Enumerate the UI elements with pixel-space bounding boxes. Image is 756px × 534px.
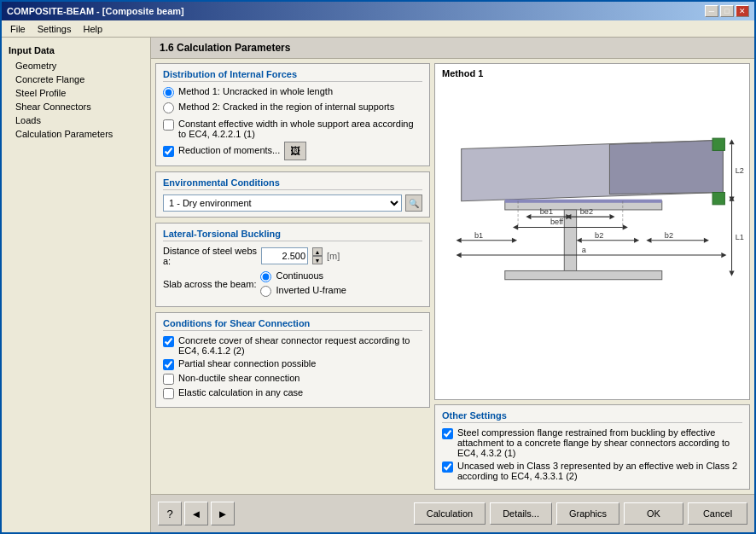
method1-label: Method 1: Uncracked in whole length — [178, 86, 333, 96]
sidebar-item-shear-connectors[interactable]: Shear Connectors — [2, 100, 150, 113]
sidebar-item-calculation-params[interactable]: Calculation Parameters — [2, 127, 150, 141]
ltb-a-label: a: — [163, 256, 171, 266]
svg-text:a: a — [582, 246, 587, 254]
steel-compression-label: Steel compression flange restrained from… — [457, 427, 742, 458]
title-bar: COMPOSITE-BEAM - [Composite beam] ─ □ ✕ — [2, 2, 754, 20]
panel-content: Distribution of Internal Forces Method 1… — [151, 59, 754, 494]
continuous-label: Continuous — [276, 270, 323, 281]
reduction-checkbox[interactable]: Reduction of moments... — [163, 145, 280, 157]
panel-title: 1.6 Calculation Parameters — [151, 38, 754, 59]
shear-connection-title: Conditions for Shear Connection — [163, 318, 422, 331]
elastic-calc-label: Elastic calculation in any case — [178, 387, 303, 398]
partial-shear-checkbox[interactable]: Partial shear connection possible — [163, 358, 422, 370]
ltb-title: Lateral-Torsional Buckling — [163, 229, 422, 241]
help-icon-button[interactable]: ? — [158, 502, 182, 525]
minimize-button[interactable]: ─ — [705, 5, 718, 17]
bottom-left-buttons: ? ◄ ► — [158, 502, 235, 525]
svg-rect-3 — [712, 138, 724, 150]
ltb-a-input[interactable] — [261, 247, 308, 264]
reduction-image-button[interactable]: 🖼 — [284, 142, 306, 160]
inverted-u-radio[interactable]: Inverted U-frame — [260, 285, 346, 297]
env-conditions-select[interactable]: 1 - Dry environment — [163, 194, 402, 212]
ltb-distance-label: Distance of steel webs a: — [163, 246, 257, 266]
ltb-distance-row: Distance of steel webs a: ▲ ▼ [m] — [163, 246, 422, 266]
maximize-button[interactable]: □ — [720, 5, 734, 17]
menu-settings[interactable]: Settings — [32, 23, 77, 35]
env-conditions-title: Environmental Conditions — [163, 177, 422, 190]
elastic-calc-checkbox[interactable]: Elastic calculation in any case — [163, 387, 422, 399]
continuous-radio[interactable]: Continuous — [260, 270, 346, 282]
main-window: COMPOSITE-BEAM - [Composite beam] ─ □ ✕ … — [0, 0, 756, 534]
steel-compression-checkbox[interactable]: Steel compression flange restrained from… — [442, 427, 742, 458]
partial-shear-label: Partial shear connection possible — [178, 358, 316, 369]
menu-help[interactable]: Help — [78, 23, 108, 35]
svg-rect-7 — [505, 271, 662, 280]
svg-text:b2: b2 — [665, 231, 673, 240]
partial-shear-input[interactable] — [163, 359, 174, 370]
concrete-cover-checkbox[interactable]: Concrete cover of shear connector reques… — [163, 335, 422, 356]
method1-radio[interactable]: Method 1: Uncracked in whole length — [163, 86, 422, 98]
distribution-title: Distribution of Internal Forces — [163, 69, 422, 82]
svg-text:b1: b1 — [474, 231, 483, 240]
sidebar-item-geometry[interactable]: Geometry — [2, 59, 150, 73]
svg-text:L2: L2 — [736, 166, 744, 175]
back-icon-button[interactable]: ◄ — [184, 502, 208, 525]
svg-text:be1: be1 — [540, 207, 553, 216]
non-ductile-checkbox[interactable]: Non-ductile shear connection — [163, 373, 422, 385]
menu-file[interactable]: File — [5, 23, 31, 35]
distribution-section: Distribution of Internal Forces Method 1… — [155, 63, 430, 166]
method2-label: Method 2: Cracked in the region of inter… — [178, 102, 394, 112]
uncased-web-checkbox[interactable]: Uncased web in Class 3 represented by an… — [442, 461, 742, 481]
distribution-radio-group: Method 1: Uncracked in whole length Meth… — [163, 86, 422, 113]
diagram-box: Method 1 — [434, 63, 750, 400]
env-search-button[interactable]: 🔍 — [405, 194, 422, 212]
title-bar-buttons: ─ □ ✕ — [705, 5, 749, 17]
ltb-unit-label: [m] — [327, 251, 340, 261]
svg-text:L1: L1 — [736, 233, 744, 241]
constant-width-checkbox[interactable]: Constant effective width in whole suppor… — [163, 119, 422, 139]
right-panel: Method 1 — [434, 63, 750, 490]
uncased-web-input[interactable] — [442, 461, 453, 473]
shear-connection-section: Conditions for Shear Connection Concrete… — [155, 312, 430, 408]
sidebar-item-loads[interactable]: Loads — [2, 113, 150, 127]
ok-button[interactable]: OK — [624, 502, 683, 525]
graphics-button[interactable]: Graphics — [556, 502, 619, 525]
details-button[interactable]: Details... — [490, 502, 552, 525]
constant-width-input[interactable] — [163, 119, 174, 131]
elastic-calc-input[interactable] — [163, 388, 174, 399]
inverted-u-label: Inverted U-frame — [276, 285, 346, 295]
svg-marker-2 — [609, 140, 723, 194]
sidebar-header: Input Data — [2, 42, 150, 59]
method1-input[interactable] — [163, 87, 174, 98]
uncased-web-label: Uncased web in Class 3 represented by an… — [457, 461, 742, 481]
inverted-u-input[interactable] — [260, 286, 271, 297]
diagram-label: Method 1 — [442, 68, 483, 78]
bottom-bar: ? ◄ ► Calculation Details... Graphics OK… — [151, 494, 754, 532]
sidebar-item-concrete-flange[interactable]: Concrete Flange — [2, 73, 150, 86]
ltb-a-down-button[interactable]: ▼ — [312, 256, 323, 264]
window-title: COMPOSITE-BEAM - [Composite beam] — [7, 6, 184, 16]
method2-input[interactable] — [163, 102, 174, 113]
steel-compression-input[interactable] — [442, 428, 453, 439]
close-button[interactable]: ✕ — [736, 5, 749, 17]
ltb-section: Lateral-Torsional Buckling Distance of s… — [155, 223, 430, 307]
svg-rect-8 — [505, 200, 662, 203]
forward-icon-button[interactable]: ► — [211, 502, 235, 525]
concrete-cover-label: Concrete cover of shear connector reques… — [178, 335, 422, 356]
cancel-button[interactable]: Cancel — [688, 502, 747, 525]
concrete-cover-input[interactable] — [163, 336, 174, 347]
main-panel: 1.6 Calculation Parameters Distribution … — [151, 38, 754, 532]
svg-text:be2: be2 — [580, 207, 593, 216]
ltb-a-spinner: ▲ ▼ — [312, 247, 323, 264]
env-conditions-section: Environmental Conditions 1 - Dry environ… — [155, 171, 430, 218]
method2-radio[interactable]: Method 2: Cracked in the region of inter… — [163, 102, 422, 113]
moment-row: Reduction of moments... 🖼 — [163, 142, 422, 160]
sidebar-item-steel-profile[interactable]: Steel Profile — [2, 86, 150, 100]
non-ductile-input[interactable] — [163, 374, 174, 385]
svg-rect-4 — [712, 193, 724, 205]
calculation-button[interactable]: Calculation — [414, 502, 486, 525]
reduction-input[interactable] — [163, 146, 174, 157]
slab-label: Slab across the beam: — [163, 279, 256, 289]
ltb-a-up-button[interactable]: ▲ — [312, 247, 323, 256]
continuous-input[interactable] — [260, 271, 271, 282]
